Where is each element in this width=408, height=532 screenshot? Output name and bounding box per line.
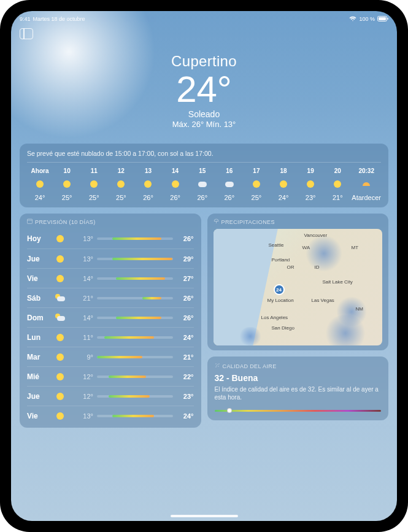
map-state-or: OR xyxy=(287,264,294,270)
hour-temp: 25° xyxy=(252,194,262,201)
sidebar-toggle-button[interactable] xyxy=(20,28,33,39)
sun-icon xyxy=(55,254,65,264)
sun-icon xyxy=(55,372,65,382)
hour-label: 10 xyxy=(64,168,71,174)
status-time: 9:41 xyxy=(20,16,31,22)
day-low: 13° xyxy=(76,255,93,263)
temp-range-bar xyxy=(97,376,173,378)
day-low: 13° xyxy=(76,235,93,242)
partly-icon xyxy=(55,293,65,303)
high-low: Máx. 26° Mín. 13° xyxy=(11,120,397,129)
screen: 9:41 Martes 18 de octubre 100 % Cupertin… xyxy=(11,11,397,521)
forecast-day-row[interactable]: Mié12°22° xyxy=(27,366,194,386)
day-low: 11° xyxy=(76,334,93,341)
hour-temp: 23° xyxy=(306,194,316,201)
hour-temp: 21° xyxy=(333,194,343,201)
forecast-title-text: PREVISIÓN (10 DÍAS) xyxy=(35,219,96,225)
svg-rect-2 xyxy=(388,18,388,20)
sun-icon xyxy=(252,179,261,189)
svg-point-9 xyxy=(218,366,218,366)
partly-icon xyxy=(55,313,65,323)
map-city-seattle: Seattle xyxy=(269,242,284,248)
day-high: 24° xyxy=(177,412,194,420)
hour-column[interactable]: 2021° xyxy=(325,168,350,201)
hour-label: 13 xyxy=(145,168,152,174)
temp-range-bar xyxy=(97,395,173,398)
forecast-day-row[interactable]: Hoy13°26° xyxy=(27,229,194,249)
air-quality-panel[interactable]: CALIDAD DEL AIRE 32 - Buena El índice de… xyxy=(207,357,389,420)
day-high: 23° xyxy=(177,393,194,400)
map-state-mt: MT xyxy=(352,245,359,250)
hour-temp: 26° xyxy=(225,194,235,201)
day-name: Sáb xyxy=(27,294,52,303)
forecast-day-row[interactable]: Vie14°27° xyxy=(27,268,194,288)
map-city-vancouver: Vancouver xyxy=(304,233,328,238)
temp-range-bar xyxy=(97,415,173,417)
temp-range-bar xyxy=(97,237,173,240)
cloud-icon xyxy=(225,179,234,189)
sun-icon xyxy=(116,179,126,189)
sun-icon xyxy=(55,411,65,421)
hour-column[interactable]: 1125° xyxy=(81,168,107,201)
ten-day-forecast-panel[interactable]: PREVISIÓN (10 DÍAS) Hoy13°26°Jue13°29°Vi… xyxy=(20,214,201,428)
current-temperature: 24° xyxy=(11,71,397,108)
day-low: 12° xyxy=(76,393,93,400)
hour-column[interactable]: 20:32Atardecer xyxy=(352,168,381,201)
hour-temp: 26° xyxy=(197,194,207,201)
hour-column[interactable]: 1025° xyxy=(54,168,80,201)
hour-column[interactable]: 1426° xyxy=(163,168,188,201)
forecast-day-row[interactable]: Dom14°26° xyxy=(27,307,194,327)
sun-icon xyxy=(333,179,342,189)
day-name: Dom xyxy=(27,314,52,322)
day-low: 21° xyxy=(76,295,93,302)
wifi-icon xyxy=(349,16,356,23)
day-high: 29° xyxy=(177,255,194,263)
day-name: Mar xyxy=(27,353,52,361)
air-quality-value: 32 - Buena xyxy=(215,373,382,383)
svg-rect-1 xyxy=(379,17,386,20)
hour-label: 11 xyxy=(91,168,98,174)
hourly-row[interactable]: Ahora24°1025°1125°1225°1326°1426°1526°16… xyxy=(27,168,381,201)
day-low: 13° xyxy=(76,412,93,420)
map-state-id: ID xyxy=(315,264,320,270)
temp-range-bar xyxy=(97,277,173,280)
sun-icon xyxy=(89,179,99,189)
hour-column[interactable]: 1225° xyxy=(108,168,134,201)
hour-label: 19 xyxy=(307,168,314,174)
hour-column[interactable]: 1526° xyxy=(190,168,215,201)
forecast-title: PREVISIÓN (10 DÍAS) xyxy=(27,218,194,225)
ipad-frame: 9:41 Martes 18 de octubre 100 % Cupertin… xyxy=(0,0,408,532)
forecast-day-row[interactable]: Jue13°29° xyxy=(27,249,194,268)
svg-point-8 xyxy=(216,365,217,366)
day-high: 27° xyxy=(177,275,194,282)
map-state-wa: WA xyxy=(302,245,310,250)
current-weather-header: Cupertino 24° Soleado Máx. 26° Mín. 13° xyxy=(11,53,397,129)
hour-temp: 25° xyxy=(62,194,72,201)
hour-temp: 24° xyxy=(279,194,289,201)
sun-icon xyxy=(143,179,153,189)
hour-column[interactable]: 1326° xyxy=(135,168,161,201)
hourly-forecast-panel[interactable]: Se prevé que esté nublado de 15:00 a 17:… xyxy=(20,144,388,207)
forecast-day-row[interactable]: Jue12°23° xyxy=(27,386,194,406)
hour-temp: 25° xyxy=(116,194,126,201)
day-name: Jue xyxy=(27,392,52,401)
forecast-day-row[interactable]: Mar9°21° xyxy=(27,347,194,366)
hour-column[interactable]: 1626° xyxy=(217,168,242,201)
svg-point-10 xyxy=(215,366,216,367)
forecast-day-row[interactable]: Lun11°24° xyxy=(27,327,194,347)
forecast-day-row[interactable]: Vie13°24° xyxy=(27,406,194,425)
day-high: 21° xyxy=(177,353,194,361)
map-city-sandiego: San Diego xyxy=(272,325,294,331)
sun-icon xyxy=(55,391,65,401)
forecast-day-row[interactable]: Sáb21°26° xyxy=(27,288,194,307)
hour-column[interactable]: 1923° xyxy=(298,168,323,201)
hour-column[interactable]: Ahora24° xyxy=(27,168,53,201)
home-indicator[interactable] xyxy=(171,515,238,517)
precipitation-panel[interactable]: PRECIPITACIONES Vancouver Seattle WA MT … xyxy=(207,214,389,350)
hour-column[interactable]: 1725° xyxy=(244,168,269,201)
precipitation-map[interactable]: Vancouver Seattle WA MT Portland OR ID S… xyxy=(214,229,383,345)
map-state-nm: NM xyxy=(356,306,363,312)
temp-range-bar xyxy=(97,317,173,319)
hour-temp: 26° xyxy=(170,194,180,201)
hour-column[interactable]: 1824° xyxy=(271,168,296,201)
